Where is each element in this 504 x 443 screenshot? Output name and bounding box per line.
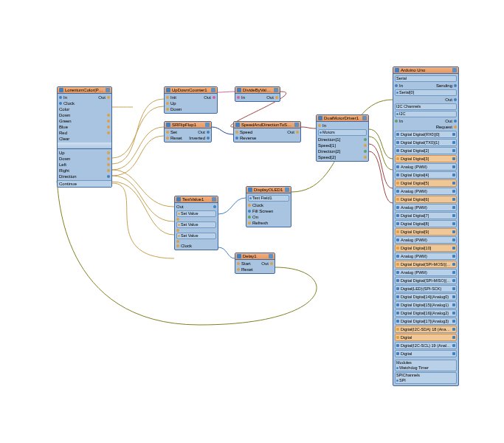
node-header[interactable]: LorentumColor(Pixmap)1 <box>58 87 111 94</box>
arduino-digital-row[interactable]: Digital Digital[4] <box>395 171 457 179</box>
input-pin[interactable] <box>59 102 62 105</box>
input-pin[interactable] <box>176 229 179 232</box>
arduino-digital-row[interactable]: Digital Digital[3] <box>395 155 457 162</box>
output-pin[interactable] <box>107 157 110 160</box>
input-pin[interactable] <box>237 262 240 265</box>
pin-icon[interactable] <box>396 157 399 160</box>
pin-icon[interactable] <box>452 174 455 176</box>
pin-icon[interactable] <box>452 312 455 315</box>
input-pin[interactable] <box>235 137 238 140</box>
pin-icon[interactable] <box>452 182 455 185</box>
pin-icon[interactable] <box>452 328 455 331</box>
arduino-digital-row[interactable]: Digital Digital[10] <box>395 244 457 252</box>
pin-icon[interactable] <box>396 287 399 290</box>
pin-icon[interactable] <box>396 230 399 233</box>
settings-icon[interactable] <box>452 68 457 72</box>
arduino-digital-row[interactable]: Digital(I2C-SDA) 18 (Analog4) <box>395 326 457 333</box>
pin-icon[interactable] <box>452 320 455 323</box>
pin-icon[interactable] <box>396 198 399 201</box>
output-pin[interactable] <box>364 150 367 153</box>
output-pin[interactable] <box>107 163 110 166</box>
pin-icon[interactable] <box>396 255 399 258</box>
pin-icon[interactable] <box>452 303 455 306</box>
arduino-digital-row[interactable]: Digital Digital[7] <box>395 212 457 219</box>
pin-icon[interactable] <box>452 336 455 339</box>
pin-icon[interactable] <box>396 295 399 298</box>
input-pin[interactable] <box>166 131 169 134</box>
pin-icon[interactable] <box>452 230 455 233</box>
output-pin[interactable] <box>364 156 367 159</box>
pin-icon[interactable] <box>396 182 399 185</box>
settings-icon[interactable] <box>362 116 367 120</box>
input-pin[interactable] <box>237 268 240 271</box>
pin-icon[interactable] <box>396 271 399 274</box>
pin-icon[interactable] <box>396 222 399 225</box>
pin-icon[interactable] <box>452 198 455 201</box>
pin-icon[interactable] <box>396 149 399 152</box>
pin-icon[interactable] <box>452 295 455 298</box>
node-updown-counter[interactable]: UpDownCounter1 InitOut Up Down <box>164 86 218 114</box>
pin-icon[interactable] <box>396 141 399 144</box>
arduino-digital-row[interactable]: Digital Digital(RX0)[0] <box>395 131 457 138</box>
input-pin[interactable] <box>248 216 251 219</box>
pin-icon[interactable] <box>396 214 399 217</box>
pin-icon[interactable] <box>452 214 455 217</box>
output-pin[interactable] <box>107 175 110 178</box>
pin-icon[interactable] <box>452 271 455 274</box>
pin-icon[interactable] <box>452 279 455 282</box>
pin-icon[interactable] <box>452 141 455 144</box>
pin-icon[interactable] <box>396 263 399 266</box>
pin-icon[interactable] <box>396 320 399 323</box>
input-pin[interactable] <box>59 96 62 99</box>
pin-icon[interactable] <box>396 247 399 250</box>
settings-icon[interactable] <box>285 188 289 192</box>
pin-icon[interactable] <box>396 336 399 339</box>
pin-icon[interactable] <box>396 206 399 209</box>
output-pin[interactable] <box>454 126 457 128</box>
node-delay[interactable]: Delay1 StartOut Reset <box>235 253 275 274</box>
input-pin[interactable] <box>235 131 238 134</box>
input-pin[interactable] <box>248 204 251 207</box>
pin-icon[interactable] <box>396 303 399 306</box>
pin-icon[interactable] <box>396 133 399 136</box>
output-pin[interactable] <box>107 126 110 128</box>
pin-icon[interactable] <box>452 133 455 136</box>
output-pin[interactable] <box>296 131 299 134</box>
output-pin[interactable] <box>213 96 215 99</box>
settings-icon[interactable] <box>212 197 216 202</box>
output-pin[interactable] <box>207 137 210 140</box>
arduino-digital-row[interactable]: Digital Digital[16](Analog2) <box>395 309 457 317</box>
output-pin[interactable] <box>107 120 110 123</box>
input-pin[interactable] <box>395 84 398 87</box>
pin-icon[interactable] <box>452 165 455 168</box>
pin-icon[interactable] <box>452 238 455 241</box>
input-pin[interactable] <box>237 96 240 99</box>
pin-icon[interactable] <box>452 222 455 225</box>
pin-icon[interactable] <box>396 328 399 331</box>
output-pin[interactable] <box>207 131 210 134</box>
node-divide-by-value[interactable]: DivideByValue1 InOut <box>235 86 280 102</box>
node-lorentum-color[interactable]: LorentumColor(Pixmap)1 InOut Clock Color… <box>57 86 112 188</box>
node-speed-direction[interactable]: SpeedAndDirectionToSpeed1 SpeedOut Rever… <box>233 121 301 142</box>
pin-icon[interactable] <box>452 352 455 355</box>
output-pin[interactable] <box>270 262 273 265</box>
pin-icon[interactable] <box>396 165 399 168</box>
pin-icon[interactable] <box>452 157 455 160</box>
settings-icon[interactable] <box>274 88 278 92</box>
arduino-digital-row[interactable]: Digital(I2C-SCL) 19 (Analog5) <box>395 342 457 349</box>
arduino-digital-row[interactable]: Digital <box>395 350 457 357</box>
output-pin[interactable] <box>454 98 457 101</box>
input-pin[interactable] <box>248 210 251 213</box>
arduino-digital-row[interactable]: Digital Digital(SPI-MOSI)[11] <box>395 261 457 268</box>
input-pin[interactable] <box>166 102 169 105</box>
output-pin[interactable] <box>107 151 110 154</box>
arduino-digital-row[interactable]: Digital Digital[5] <box>395 179 457 187</box>
output-pin[interactable] <box>364 138 367 141</box>
pin-icon[interactable] <box>396 352 399 355</box>
input-pin[interactable] <box>318 124 321 127</box>
pin-icon[interactable] <box>452 255 455 258</box>
arduino-digital-row[interactable]: Digital Digital[15](Analog1) <box>395 301 457 309</box>
settings-icon[interactable] <box>294 123 299 127</box>
pin-icon[interactable] <box>396 312 399 315</box>
pin-icon[interactable] <box>396 344 399 347</box>
